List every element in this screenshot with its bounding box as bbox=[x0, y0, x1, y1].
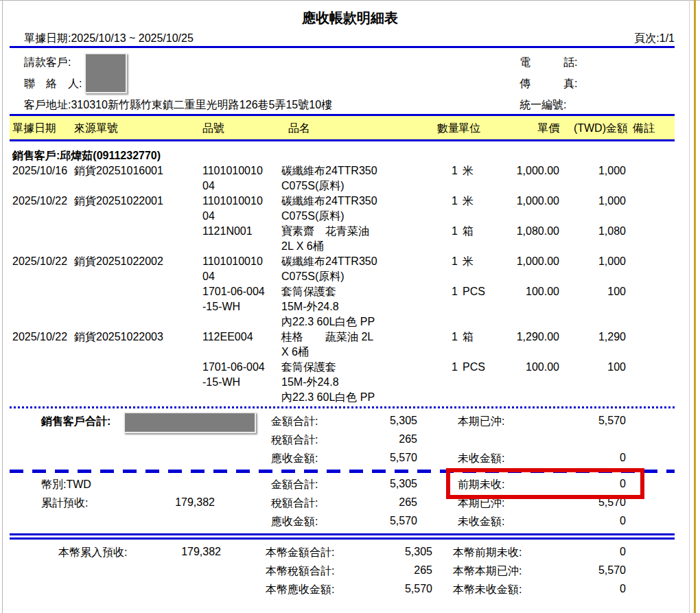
page-title: 應收帳款明細表 bbox=[0, 9, 700, 27]
cell-source: 銷貨20251022002 bbox=[74, 254, 202, 269]
items-table: 銷售客戶:邱煒茹(0911232770) 2025/10/16 銷貨202510… bbox=[10, 148, 675, 405]
col-header-amount: (TWD)金額 bbox=[532, 122, 628, 136]
cell-qty: 1 bbox=[427, 254, 458, 269]
cell-unit: PCS bbox=[458, 284, 492, 299]
date-range: 單據日期:2025/10/13 ~ 2025/10/25 bbox=[24, 32, 194, 46]
cell-unit: PCS bbox=[458, 360, 492, 375]
col-header-source: 來源單號 bbox=[74, 122, 118, 136]
base-tax-total-value: 265 bbox=[336, 564, 432, 577]
base-unreceived-value: 0 bbox=[530, 583, 626, 595]
separator-line-top bbox=[10, 46, 675, 48]
col-header-qty: 數量 bbox=[437, 122, 459, 136]
unreceived-label: 未收金額: bbox=[458, 515, 504, 529]
cell-qty: 1 bbox=[427, 360, 458, 375]
cell-date: 2025/10/22 bbox=[12, 194, 74, 209]
cell-amount: 1,000 bbox=[559, 163, 626, 178]
receivables-report-page: 應收帳款明細表 單據日期:2025/10/13 ~ 2025/10/25 頁次:… bbox=[0, 0, 700, 613]
base-amount-total-label: 本幣金額合計: bbox=[266, 546, 334, 560]
cell-price: 1,000.00 bbox=[492, 163, 559, 178]
cell-unit: 箱 bbox=[458, 224, 492, 239]
currency-label: 幣別: bbox=[41, 478, 66, 490]
phone-label: 電 話: bbox=[520, 56, 577, 70]
table-row: 2025/10/16 銷貨20251016001 1101010010 04 碳… bbox=[10, 163, 675, 194]
page-edge-top bbox=[0, 0, 700, 1]
page-number: 頁次:1/1 bbox=[576, 32, 675, 46]
cell-price: 100.00 bbox=[492, 360, 559, 375]
cell-item-no: 1121N001 bbox=[202, 224, 281, 239]
cell-name: 套筒保護套 15M-外24.8 內22.3 60L白色 PP bbox=[281, 360, 427, 405]
tax-total-label: 稅額合計: bbox=[271, 496, 318, 511]
settled-label: 本期已沖: bbox=[458, 415, 504, 429]
tax-total-value: 265 bbox=[321, 433, 417, 446]
cell-source: 銷貨20251022003 bbox=[74, 329, 202, 345]
double-line-separator bbox=[10, 533, 675, 540]
cell-amount: 1,290 bbox=[559, 329, 626, 345]
amount-total-label: 金額合計: bbox=[271, 478, 318, 492]
date-range-label: 單據日期: bbox=[24, 32, 71, 44]
prepaid-label: 累計預收: bbox=[41, 496, 88, 511]
table-row: 2025/10/22 銷貨20251022002 1101010010 04 碳… bbox=[10, 254, 675, 284]
cell-price: 1,000.00 bbox=[492, 254, 559, 269]
group-header: 銷售客戶:邱煒茹(0911232770) bbox=[10, 148, 675, 163]
cell-name: 套筒保護套 15M-外24.8 內22.3 60L白色 PP bbox=[281, 284, 427, 329]
cell-amount: 100 bbox=[559, 284, 626, 299]
cell-name: 碳纖維布24TTR350 C075S(原料) bbox=[281, 194, 427, 224]
cell-qty: 1 bbox=[427, 163, 458, 178]
unreceived-value: 0 bbox=[530, 515, 626, 527]
group-label: 銷售客戶: bbox=[12, 148, 60, 163]
cell-item-no: 1101010010 04 bbox=[202, 194, 281, 224]
cell-price: 1,000.00 bbox=[492, 194, 559, 209]
col-header-date: 單據日期 bbox=[12, 122, 56, 136]
cell-amount: 1,000 bbox=[559, 194, 626, 209]
cell-amount: 1,080 bbox=[559, 224, 626, 239]
base-unreceived-label: 本幣未收金額: bbox=[453, 583, 522, 597]
cell-amount: 100 bbox=[559, 360, 626, 375]
cell-name: 碳纖維布24TTR350 C075S(原料) bbox=[281, 163, 427, 194]
date-range-value: 2025/10/13 ~ 2025/10/25 bbox=[71, 32, 193, 44]
base-receivable-label: 本幣應收金額: bbox=[266, 583, 334, 597]
base-settled-label: 本幣本期已沖: bbox=[453, 564, 522, 579]
customer-address: 客戶地址:310310新竹縣竹東鎮二重里光明路126巷5弄15號10樓 bbox=[24, 98, 332, 113]
amount-total-value: 5,305 bbox=[321, 415, 417, 427]
col-header-name: 品名 bbox=[288, 122, 310, 136]
base-amount-total-value: 5,305 bbox=[336, 546, 432, 558]
receivable-value: 5,570 bbox=[321, 452, 417, 464]
cell-source: 銷貨20251022001 bbox=[74, 194, 202, 209]
cell-price: 1,290.00 bbox=[492, 329, 559, 345]
page-edge-right bbox=[689, 0, 690, 613]
page-edge-left bbox=[2, 0, 3, 613]
page-number-value: 1/1 bbox=[660, 32, 675, 44]
cell-name: 寶素齋 花青菜油 2L X 6桶 bbox=[281, 224, 427, 254]
receivable-label: 應收金額: bbox=[271, 515, 318, 529]
cell-unit: 米 bbox=[458, 254, 492, 269]
address-value: 310310新竹縣竹東鎮二重里光明路126巷5弄15號10樓 bbox=[71, 99, 332, 111]
cell-item-no: 1101010010 04 bbox=[202, 254, 281, 284]
base-prev-unreceived-label: 本幣前期未收: bbox=[453, 546, 522, 560]
receivable-label: 應收金額: bbox=[271, 452, 318, 466]
cell-amount: 1,000 bbox=[559, 254, 626, 269]
cell-price: 1,080.00 bbox=[492, 224, 559, 239]
redaction-box-customer bbox=[84, 53, 127, 93]
cell-unit: 米 bbox=[458, 163, 492, 178]
base-settled-value: 5,570 bbox=[530, 564, 626, 577]
table-row: 2025/10/22 銷貨20251022003 112EE004 桂格 蔬菜油… bbox=[10, 329, 675, 360]
prev-unreceived-label: 前期未收: bbox=[458, 478, 504, 492]
cell-qty: 1 bbox=[427, 284, 458, 299]
base-prev-unreceived-value: 0 bbox=[530, 546, 626, 558]
cell-qty: 1 bbox=[427, 224, 458, 239]
cell-unit: 米 bbox=[458, 194, 492, 209]
col-header-item-no: 品號 bbox=[202, 122, 224, 136]
base-prepaid-label: 本幣累入預收: bbox=[58, 546, 127, 560]
redaction-box-customer-total bbox=[124, 412, 256, 433]
settled-value: 5,570 bbox=[530, 415, 626, 427]
table-header: 單據日期 來源單號 品號 品名 數量 單位 單價 (TWD)金額 備註 bbox=[10, 116, 675, 139]
amount-total-label: 金額合計: bbox=[271, 415, 318, 429]
cell-unit: 箱 bbox=[458, 329, 492, 345]
group-value: 邱煒茹(0911232770) bbox=[60, 148, 161, 163]
dotted-separator bbox=[10, 406, 675, 408]
unreceived-value: 0 bbox=[530, 452, 626, 464]
cell-price: 100.00 bbox=[492, 284, 559, 299]
tax-total-value: 265 bbox=[321, 496, 417, 509]
page-edge-gold-line bbox=[694, 0, 696, 613]
table-row: 1121N001 寶素齋 花青菜油 2L X 6桶 1 箱 1,080.00 1… bbox=[10, 224, 675, 254]
